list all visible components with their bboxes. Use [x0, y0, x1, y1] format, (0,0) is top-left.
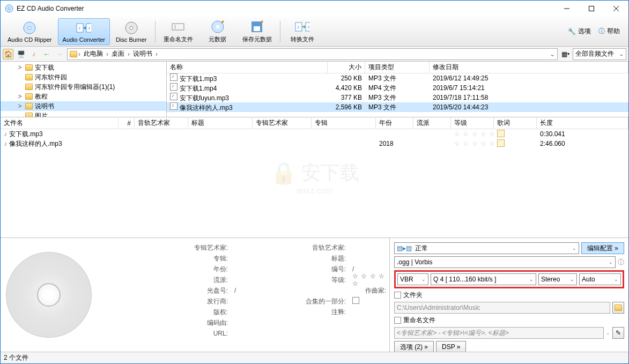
nav-computer-icon[interactable]: 🖥️ [16, 49, 26, 60]
vbr-dropdown[interactable]: VBR⌄ [397, 273, 428, 285]
svg-point-13 [130, 26, 133, 29]
ripper-label: Audio CD Ripper [8, 36, 52, 43]
browse-folder-button[interactable] [612, 302, 624, 314]
svg-text:I: I [174, 24, 176, 30]
file-row[interactable]: 安下载fuyun.mp3377 KBMP3 文件2019/7/18 17:11:… [167, 93, 628, 102]
burner-label: Disc Burner [116, 36, 146, 43]
col-year[interactable]: 年份 [376, 117, 413, 129]
svg-text:♪: ♪ [88, 25, 91, 31]
col-albumartist[interactable]: 专辑艺术家 [253, 117, 312, 129]
breadcrumb-item[interactable]: 桌面 [109, 49, 127, 58]
options-button[interactable]: 选项 (2) » [394, 341, 434, 353]
status-bar: 2 个文件 [1, 352, 628, 363]
col-lyrics[interactable]: 歌词 [494, 117, 537, 129]
format-dropdown[interactable]: .ogg | Vorbis⌄ [394, 256, 616, 268]
watermark: 🔒安下载 anxz.com [270, 160, 359, 196]
rename-edit-button[interactable]: ✎ [612, 327, 624, 339]
svg-point-1 [8, 8, 10, 10]
svg-text:♪: ♪ [307, 24, 310, 29]
save-metadata-button[interactable]: 保存元数据 [238, 18, 277, 45]
metadata-panel: 专辑艺术家:音轨艺术家: 专辑:标题: 年份:编号:/ 流派:等级:☆ ☆ ☆ … [97, 238, 389, 352]
disc-icon [22, 20, 37, 35]
nav-home-button[interactable]: 🏠 [3, 49, 13, 60]
list-row[interactable]: ♪安下载.mp3☆ ☆ ☆ ☆ ☆0:30.041 [1, 129, 628, 139]
rename-checkbox[interactable] [394, 317, 401, 324]
savemeta-label: 保存元数据 [242, 35, 272, 43]
audio-converter-button[interactable]: ♪♪ Audio Converter [58, 18, 110, 45]
rename-icon: I [171, 20, 186, 34]
minimize-button[interactable] [554, 1, 579, 17]
rename-label: 重命名文件 [403, 316, 435, 325]
metadata-button[interactable]: 元数据 [199, 18, 236, 45]
breadcrumb-item[interactable]: 说明书 [131, 49, 154, 58]
svg-text:♪: ♪ [297, 24, 300, 29]
file-row[interactable]: 安下载1.mp3250 KBMP3 文件2019/6/12 14:49:25 [167, 73, 628, 83]
folder-label: 文件夹 [403, 291, 423, 300]
col-filename[interactable]: 文件名 [1, 117, 119, 129]
col-num[interactable]: # [119, 117, 135, 129]
file-browser: 名称 大小 项目类型 修改日期 安下载1.mp3250 KBMP3 文件2019… [167, 62, 628, 117]
nav-music-icon[interactable]: ♪ [28, 49, 39, 60]
folder-tree[interactable]: >安下载 河东软件园 河东软件园专用编辑器(1)(1)>教程>说明书 图片 [1, 62, 167, 117]
output-folder-path[interactable]: C:\Users\Administrator\Music [394, 302, 610, 314]
quality-dropdown[interactable]: Q 4 [ 110...160 kbit/s ]⌄ [431, 273, 536, 285]
col-size[interactable]: 大小 [328, 62, 365, 73]
breadcrumb-item[interactable]: 此电脑 [82, 49, 105, 58]
svg-point-17 [216, 25, 219, 28]
col-genre[interactable]: 流派 [413, 117, 451, 129]
disc-art[interactable] [6, 252, 92, 338]
compilation-checkbox[interactable] [352, 297, 359, 304]
tree-item[interactable]: >安下载 [1, 63, 166, 72]
svg-rect-3 [589, 6, 594, 11]
tree-item[interactable]: 河东软件园 [1, 72, 166, 82]
disc-burner-button[interactable]: Disc Burner [111, 18, 151, 45]
save-metadata-icon [249, 20, 264, 34]
convert-files-icon: ♪♪ [295, 20, 310, 34]
nav-forward-button[interactable]: → [54, 49, 65, 60]
maximize-button[interactable] [579, 1, 604, 17]
mode-dropdown[interactable]: ▤▸▤正常⌄ [394, 242, 579, 254]
col-album[interactable]: 专辑 [312, 117, 376, 129]
tree-item[interactable]: 图片 [1, 111, 166, 117]
view-options-button[interactable]: ▦▾ [560, 49, 571, 60]
audio-cd-ripper-button[interactable]: Audio CD Ripper [3, 18, 57, 45]
close-button[interactable] [604, 1, 628, 17]
nav-back-button[interactable]: ← [41, 49, 52, 60]
rename-files-button[interactable]: I 重命名文件 [159, 18, 198, 45]
svg-text:♪: ♪ [78, 25, 81, 31]
folder-checkbox[interactable] [394, 292, 401, 299]
file-row[interactable]: 安下载1.mp44,420 KBMP4 文件2019/6/7 15:14:21 [167, 83, 628, 93]
col-artist[interactable]: 音轨艺术家 [135, 117, 188, 129]
tree-item[interactable]: >说明书 [1, 101, 166, 111]
info-icon[interactable]: ⓘ [618, 258, 624, 267]
dsp-button[interactable]: DSP » [436, 341, 466, 353]
svg-point-7 [28, 26, 31, 29]
tree-item[interactable]: 河东软件园专用编辑器(1)(1) [1, 82, 166, 92]
wrench-icon: 🔧 [568, 28, 576, 35]
output-panel: ▤▸▤正常⌄ 编辑配置 » .ogg | Vorbis⌄ ⓘ VBR⌄ Q 4 … [389, 238, 628, 352]
navigation-bar: 🏠 🖥️ ♪ ← → › 此电脑 › 桌面 › 说明书 › ⌄ ▦▾ 全部音频文… [1, 47, 628, 62]
col-rating[interactable]: 等级 [451, 117, 494, 129]
svg-rect-19 [254, 26, 260, 31]
convert-files-button[interactable]: ♪♪ 转换文件 [284, 18, 321, 45]
col-length[interactable]: 长度 [537, 117, 628, 129]
burn-icon [124, 20, 139, 35]
samplerate-dropdown[interactable]: Auto⌄ [579, 273, 621, 285]
chevron-down-icon[interactable]: ⌄ [550, 50, 555, 58]
channels-dropdown[interactable]: Stereo⌄ [538, 273, 577, 285]
col-title[interactable]: 标题 [188, 117, 253, 129]
tree-item[interactable]: >教程 [1, 92, 166, 101]
col-date[interactable]: 修改日期 [430, 62, 628, 73]
rename-pattern-input[interactable]: <专辑艺术家> - <专辑>\<编号>. <标题> [394, 327, 604, 339]
col-name[interactable]: 名称 [167, 62, 328, 73]
file-row[interactable]: 像我这样的人.mp32,596 KBMP3 文件2019/5/20 14:44:… [167, 102, 628, 112]
file-filter-dropdown[interactable]: 全部音频文件⌄ [573, 48, 626, 60]
status-text: 2 个文件 [4, 353, 28, 362]
converter-label: Audio Converter [63, 36, 106, 43]
options-link[interactable]: 🔧选项 [568, 27, 591, 36]
breadcrumb[interactable]: › 此电脑 › 桌面 › 说明书 › ⌄ [67, 48, 558, 60]
edit-config-button[interactable]: 编辑配置 » [581, 242, 624, 254]
help-link[interactable]: ⓘ帮助 [598, 27, 620, 36]
list-row[interactable]: ♪像我这样的人.mp32018☆ ☆ ☆ ☆ ☆2:46.060 [1, 139, 628, 148]
col-type[interactable]: 项目类型 [365, 62, 430, 73]
